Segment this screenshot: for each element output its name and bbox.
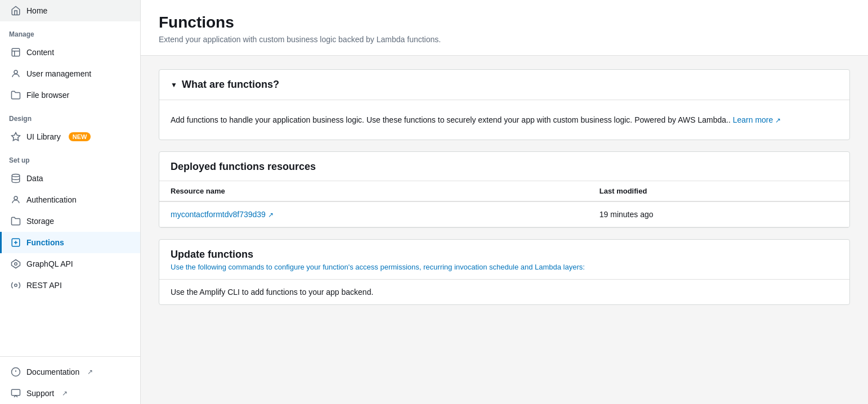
page-subtitle: Extend your application with custom busi… <box>159 35 850 44</box>
svg-point-5 <box>12 174 20 177</box>
sidebar-item-data[interactable]: Data <box>0 168 140 189</box>
sidebar-section-design: Design <box>0 106 140 126</box>
sidebar-item-functions-label: Functions <box>26 238 64 247</box>
sidebar-item-file-browser-label: File browser <box>26 91 69 100</box>
sidebar-item-rest-api-label: REST API <box>26 281 62 290</box>
data-icon <box>11 173 21 183</box>
sidebar-item-home-label: Home <box>26 6 47 15</box>
sidebar-item-rest-api[interactable]: REST API <box>0 275 140 296</box>
sidebar-item-graphql-label: GraphQL API <box>26 259 73 268</box>
support-icon <box>11 388 21 398</box>
update-functions-card: Update functions Use the following comma… <box>159 239 850 305</box>
update-functions-subtitle: Use the following commands to configure … <box>159 263 849 279</box>
deployed-resources-title: Deployed functions resources <box>171 161 316 172</box>
content-area: ▼ What are functions? Add functions to h… <box>141 56 868 318</box>
sidebar-item-file-browser[interactable]: File browser <box>0 84 140 106</box>
svg-point-10 <box>15 284 17 287</box>
rest-api-icon <box>11 280 21 290</box>
sidebar-item-data-label: Data <box>26 174 43 183</box>
what-are-functions-header[interactable]: ▼ What are functions? <box>159 70 849 100</box>
sidebar-item-user-management-label: User management <box>26 69 91 78</box>
support-external-icon: ↗ <box>62 389 68 397</box>
chevron-down-icon: ▼ <box>171 81 177 89</box>
deployed-resources-header: Deployed functions resources <box>159 152 849 181</box>
svg-marker-8 <box>12 260 20 268</box>
resource-external-icon: ↗ <box>268 211 274 219</box>
sidebar-item-documentation[interactable]: Documentation ↗ <box>0 361 140 383</box>
sidebar-item-storage-label: Storage <box>26 217 54 226</box>
deployed-resources-card: Deployed functions resources Resource na… <box>159 151 850 228</box>
svg-marker-4 <box>12 133 20 141</box>
what-are-functions-body: Add functions to handle your application… <box>159 100 849 140</box>
update-functions-header: Update functions <box>159 240 849 263</box>
docs-icon <box>11 367 21 377</box>
sidebar-section-setup: Set up <box>0 147 140 168</box>
main-content: Functions Extend your application with c… <box>141 0 868 404</box>
col-resource-name: Resource name <box>159 181 588 201</box>
ui-library-new-badge: NEW <box>69 132 91 141</box>
graphql-icon <box>11 259 21 269</box>
resource-table: Resource name Last modified mycontactfor… <box>159 181 849 227</box>
svg-point-9 <box>15 263 17 266</box>
what-are-functions-card: ▼ What are functions? Add functions to h… <box>159 69 850 140</box>
storage-icon <box>11 216 21 226</box>
sidebar-item-support[interactable]: Support ↗ <box>0 383 140 404</box>
file-browser-icon <box>11 90 21 100</box>
functions-icon <box>11 237 21 248</box>
sidebar-item-storage[interactable]: Storage <box>0 210 140 232</box>
sidebar-item-documentation-label: Documentation <box>26 367 79 376</box>
svg-point-3 <box>14 70 17 74</box>
sidebar: Home Manage Content User management File… <box>0 0 141 404</box>
sidebar-section-manage: Manage <box>0 21 140 42</box>
sidebar-item-content-label: Content <box>26 48 54 57</box>
home-icon <box>11 6 21 16</box>
sidebar-item-functions[interactable]: Functions <box>0 232 140 253</box>
svg-rect-14 <box>12 389 20 396</box>
authentication-icon <box>11 195 21 205</box>
sidebar-item-authentication[interactable]: Authentication <box>0 189 140 210</box>
sidebar-item-graphql[interactable]: GraphQL API <box>0 253 140 275</box>
sidebar-item-authentication-label: Authentication <box>26 195 77 204</box>
sidebar-item-content[interactable]: Content <box>0 42 140 63</box>
svg-rect-0 <box>12 48 20 56</box>
docs-external-icon: ↗ <box>87 368 93 376</box>
sidebar-item-ui-library[interactable]: UI Library NEW <box>0 126 140 147</box>
table-row: mycontactformtdv8f739d39 ↗ 19 minutes ag… <box>159 201 849 227</box>
col-last-modified: Last modified <box>588 181 849 201</box>
ui-library-icon <box>11 132 21 142</box>
resource-name-cell: mycontactformtdv8f739d39 ↗ <box>159 201 588 227</box>
sidebar-item-support-label: Support <box>26 389 54 398</box>
page-title: Functions <box>159 14 850 32</box>
sidebar-item-user-management[interactable]: User management <box>0 63 140 84</box>
learn-more-link[interactable]: Learn more <box>733 115 773 124</box>
update-functions-title: Update functions <box>171 249 838 261</box>
sidebar-item-home[interactable]: Home <box>0 0 140 21</box>
user-management-icon <box>11 69 21 79</box>
page-header: Functions Extend your application with c… <box>141 0 868 56</box>
resource-last-modified: 19 minutes ago <box>588 201 849 227</box>
update-functions-body: Use the Amplify CLI to add functions to … <box>159 279 849 304</box>
content-icon <box>11 47 21 57</box>
resource-link[interactable]: mycontactformtdv8f739d39 <box>171 210 266 219</box>
update-functions-body-text: Use the Amplify CLI to add functions to … <box>171 288 838 297</box>
external-link-icon: ↗ <box>775 116 781 124</box>
what-are-functions-text: Add functions to handle your application… <box>171 114 838 126</box>
sidebar-item-ui-library-label: UI Library <box>26 132 61 141</box>
svg-point-6 <box>14 196 17 200</box>
what-are-functions-title: What are functions? <box>182 79 279 91</box>
